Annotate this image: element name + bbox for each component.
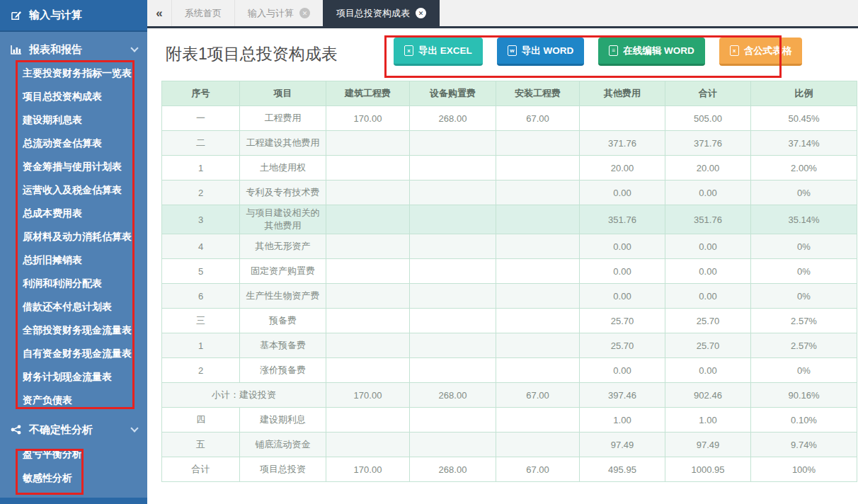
close-tab-icon[interactable]: ✕ [299,8,310,18]
table-row[interactable]: 1基本预备费25.7025.702.57% [162,333,857,358]
investment-table: 序号项目建筑工程费设备购置费安装工程费其他费用合计比例一工程费用170.0026… [161,81,857,482]
sidebar-section-input-calc[interactable]: 输入与计算 [0,0,147,32]
sidebar-bottom-strip [0,498,147,504]
table-cell [410,205,496,234]
table-row[interactable]: 3与项目建设相关的其他费用351.76351.7635.14% [162,205,857,234]
chevron-down-icon [130,424,138,432]
table-cell: 25.70 [665,309,751,333]
sidebar-item[interactable]: 总流动资金估算表 [0,132,147,155]
table-cell: 三 [162,309,240,333]
table-cell [580,106,665,131]
file-icon: x [730,45,739,56]
button-label: 导出 WORD [522,45,574,57]
online-edit-word-button[interactable]: ≡在线编辑 WORD [598,38,705,66]
table-cell [326,259,410,284]
table-row[interactable]: 小计：建设投资170.00268.0067.00397.46902.4690.1… [162,383,857,408]
table-row[interactable]: 一工程费用170.00268.0067.00505.0050.45% [162,106,857,131]
sidebar-item[interactable]: 全部投资财务现金流量表 [0,319,147,342]
sidebar-item[interactable]: 借款还本付息计划表 [0,295,147,319]
tab-0[interactable]: 系统首页 [171,0,234,26]
table-cell [496,131,580,156]
table-cell: 170.00 [326,106,410,131]
table-cell [410,408,496,433]
table-row[interactable]: 6生产性生物资产费0.000.000% [162,284,857,309]
close-tab-icon[interactable]: ✕ [416,8,426,18]
button-label: 含公式表格 [744,45,792,57]
file-icon: ≡ [609,45,618,56]
sidebar-item[interactable]: 总折旧摊销表 [0,248,147,272]
table-row[interactable]: 4其他无形资产0.000.000% [162,234,857,259]
table-cell: 25.70 [580,333,665,358]
table-cell [326,181,410,205]
page-title: 附表1项目总投资构成表 [166,43,338,65]
table-cell [496,284,580,309]
sidebar-group-0[interactable]: 报表和报告 [0,38,147,62]
table-cell: 工程费用 [240,106,326,131]
sidebar-item[interactable]: 原材料及动力消耗估算表 [0,225,147,248]
table-cell [496,259,580,284]
table-cell: 170.00 [326,457,410,482]
sidebar-item[interactable]: 自有资金财务现金流量表 [0,342,147,365]
table-cell: 0% [751,358,857,383]
table-cell: 合计 [162,457,240,482]
table-cell [496,433,580,457]
table-cell: 495.95 [580,457,665,482]
table-row[interactable]: 四建设期利息1.001.000.10% [162,408,857,433]
sidebar-item[interactable]: 资产负债表 [0,389,147,412]
table-cell: 0.00 [580,358,665,383]
sidebar-item[interactable]: 敏感性分析 [0,466,147,490]
sidebar-item[interactable]: 资金筹措与使用计划表 [0,155,147,178]
table-cell: 2.57% [751,309,857,333]
table-cell: 2 [162,181,240,205]
sidebar-group-1[interactable]: 不确定性分析 [0,418,147,442]
table-cell: 505.00 [665,106,751,131]
sidebar-item[interactable]: 总成本费用表 [0,202,147,225]
tab-2[interactable]: 项目总投资构成表✕ [323,0,440,26]
table-cell: 0.00 [580,259,665,284]
table-row[interactable]: 二工程建设其他费用371.76371.7637.14% [162,131,857,156]
formula-table-button[interactable]: x含公式表格 [719,38,803,66]
sidebar-item[interactable]: 利润和利润分配表 [0,272,147,295]
sidebar-item[interactable]: 运营收入及税金估算表 [0,178,147,202]
tab-1[interactable]: 输入与计算✕ [234,0,323,26]
button-label: 导出 EXCEL [418,45,472,57]
table-row[interactable]: 2涨价预备费0.000.000% [162,358,857,383]
table-cell: 0.00 [665,181,751,205]
collapse-tabs-icon[interactable]: « [147,0,171,26]
table-cell: 专利及专有技术费 [240,181,326,205]
table-row[interactable]: 5固定资产购置费0.000.000% [162,259,857,284]
table-cell [410,234,496,259]
table-cell [326,358,410,383]
table-cell: 25.70 [580,309,665,333]
sidebar-item[interactable]: 盈亏平衡分析 [0,442,147,466]
sidebar-item[interactable]: 主要投资财务指标一览表 [0,62,147,85]
table-row[interactable]: 三预备费25.7025.702.57% [162,309,857,333]
table-cell [410,309,496,333]
sidebar-item[interactable]: 项目总投资构成表 [0,85,147,108]
sidebar-item[interactable]: 财务计划现金流量表 [0,365,147,389]
table-header-cell: 其他费用 [580,81,665,106]
table-cell: 工程建设其他费用 [240,131,326,156]
tab-label: 项目总投资构成表 [336,7,410,20]
table-row[interactable]: 1土地使用权20.0020.002.00% [162,156,857,181]
table-cell: 0.00 [580,234,665,259]
table-cell [326,433,410,457]
table-cell: 涨价预备费 [240,358,326,383]
table-cell: 0.00 [665,358,751,383]
export-excel-button[interactable]: x导出 EXCEL [394,38,483,66]
table-cell: 五 [162,433,240,457]
table-header-row: 序号项目建筑工程费设备购置费安装工程费其他费用合计比例 [162,81,857,106]
table-cell: 0.00 [580,284,665,309]
sidebar-item[interactable]: 建设期利息表 [0,108,147,132]
table-cell [326,234,410,259]
table-cell [410,284,496,309]
table-row[interactable]: 合计项目总投资170.00268.0067.00495.951000.95100… [162,457,857,482]
table-cell [326,205,410,234]
table-row[interactable]: 2专利及专有技术费0.000.000% [162,181,857,205]
table-cell [326,309,410,333]
table-cell: 项目总投资 [240,457,326,482]
export-word-button[interactable]: w导出 WORD [497,38,585,66]
table-header-cell: 设备购置费 [410,81,496,106]
table-row[interactable]: 五铺底流动资金97.4997.499.74% [162,433,857,457]
file-icon: w [508,45,517,56]
